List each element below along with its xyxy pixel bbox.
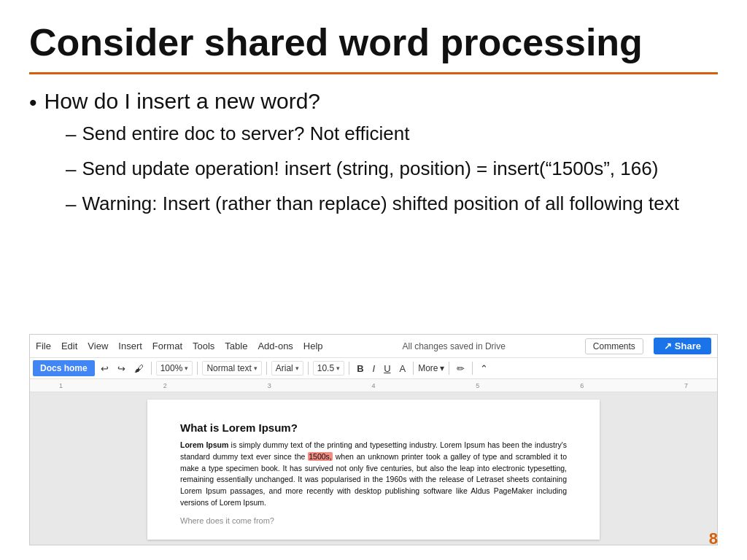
ruler-numbers: 1 2 3 4 5 6 7	[37, 382, 710, 389]
ruler-mark-6: 6	[580, 382, 584, 389]
collapse-button[interactable]: ⌃	[477, 362, 491, 376]
menu-view[interactable]: View	[88, 341, 108, 351]
toolbar: Docs home ↩ ↪ 🖌 100% ▾ Normal text ▾ Ari…	[30, 358, 717, 379]
font-caret: ▾	[295, 365, 299, 372]
share-icon: ↗	[664, 341, 672, 351]
slide: Consider shared word processing • How do…	[0, 0, 747, 560]
bold-button[interactable]: B	[354, 362, 366, 376]
menu-file[interactable]: File	[36, 341, 51, 351]
sub-dash-1: –	[66, 122, 76, 147]
font-color-button[interactable]: A	[397, 362, 409, 376]
sub-text-2: Send update operation! insert (string, p…	[82, 156, 658, 182]
more-caret: ▾	[440, 363, 444, 373]
paint-format-button[interactable]: 🖌	[131, 362, 147, 376]
size-dropdown[interactable]: 10.5 ▾	[313, 361, 344, 376]
doc-para-bold-start: Lorem Ipsum	[180, 440, 228, 449]
undo-button[interactable]: ↩	[98, 362, 112, 376]
docs-home-button[interactable]: Docs home	[33, 360, 95, 376]
sub-item-1: – Send entire doc to server? Not efficie…	[66, 121, 718, 147]
page-number: 8	[709, 529, 718, 548]
ruler-mark-7: 7	[684, 382, 688, 389]
toolbar-separator-6	[413, 362, 414, 375]
more-label: More	[418, 363, 438, 373]
toolbar-separator-8	[472, 362, 473, 375]
ruler-mark-2: 2	[163, 382, 167, 389]
bullet-main-item: • How do I insert a new word? – Send ent…	[29, 89, 718, 217]
menu-format[interactable]: Format	[152, 341, 182, 351]
font-dropdown[interactable]: Arial ▾	[271, 361, 303, 376]
style-value: Normal text	[206, 363, 251, 373]
doc-screenshot: File Edit View Insert Format Tools Table…	[29, 334, 718, 545]
ruler: 1 2 3 4 5 6 7	[30, 379, 717, 392]
sub-list: – Send entire doc to server? Not efficie…	[66, 121, 718, 217]
style-caret: ▾	[254, 365, 258, 372]
menu-addons[interactable]: Add-ons	[258, 341, 293, 351]
font-value: Arial	[276, 363, 293, 373]
comments-button[interactable]: Comments	[585, 338, 643, 354]
edit-pencil-button[interactable]: ✏	[454, 362, 468, 376]
doc-paragraph: Lorem Ipsum is simply dummy text of the …	[180, 440, 567, 509]
menu-insert[interactable]: Insert	[118, 341, 142, 351]
bullet-dot: •	[29, 90, 37, 115]
toolbar-separator-1	[151, 362, 152, 375]
doc-area: What is Lorem Ipsum? Lorem Ipsum is simp…	[30, 392, 717, 545]
slide-title: Consider shared word processing	[29, 22, 718, 63]
doc-highlighted-text: 1500s,	[308, 452, 333, 461]
menu-bar: File Edit View Insert Format Tools Table…	[30, 335, 717, 358]
menu-tools[interactable]: Tools	[193, 341, 214, 351]
share-label: Share	[675, 341, 701, 351]
sub-item-3: – Warning: Insert (rather than replace) …	[66, 191, 718, 217]
zoom-caret: ▾	[185, 365, 188, 372]
ruler-mark-1: 1	[59, 382, 63, 389]
menu-table[interactable]: Table	[225, 341, 247, 351]
doc-subheading: Where does it come from?	[180, 516, 567, 525]
size-value: 10.5	[317, 363, 334, 373]
toolbar-separator-3	[266, 362, 267, 375]
more-button[interactable]: More ▾	[418, 363, 444, 373]
toolbar-separator-4	[308, 362, 309, 375]
sub-dash-2: –	[66, 157, 76, 182]
sub-text-3: Warning: Insert (rather than replace) sh…	[82, 191, 678, 217]
zoom-value: 100%	[160, 363, 183, 373]
share-button[interactable]: ↗ Share	[654, 338, 711, 354]
bullet-list: • How do I insert a new word? – Send ent…	[29, 89, 718, 327]
toolbar-separator-5	[349, 362, 349, 375]
size-caret: ▾	[336, 365, 340, 372]
underline-button[interactable]: U	[381, 362, 393, 376]
style-dropdown[interactable]: Normal text ▾	[202, 361, 261, 376]
ruler-mark-4: 4	[371, 382, 375, 389]
sub-dash-3: –	[66, 192, 76, 217]
sub-text-1: Send entire doc to server? Not efficient	[82, 121, 409, 147]
save-status: All changes saved in Drive	[333, 341, 575, 351]
sub-item-2: – Send update operation! insert (string,…	[66, 156, 718, 182]
zoom-dropdown[interactable]: 100% ▾	[156, 361, 193, 376]
doc-page: What is Lorem Ipsum? Lorem Ipsum is simp…	[147, 400, 600, 540]
italic-button[interactable]: I	[370, 362, 379, 376]
ruler-mark-3: 3	[268, 382, 271, 389]
redo-button[interactable]: ↪	[115, 362, 128, 376]
toolbar-separator-2	[197, 362, 198, 375]
bullet-main-text: How do I insert a new word?	[44, 89, 321, 114]
menu-edit[interactable]: Edit	[61, 341, 77, 351]
orange-divider	[29, 72, 718, 74]
doc-heading: What is Lorem Ipsum?	[180, 421, 567, 434]
toolbar-separator-7	[449, 362, 449, 375]
ruler-mark-5: 5	[476, 382, 479, 389]
menu-help[interactable]: Help	[303, 341, 323, 351]
